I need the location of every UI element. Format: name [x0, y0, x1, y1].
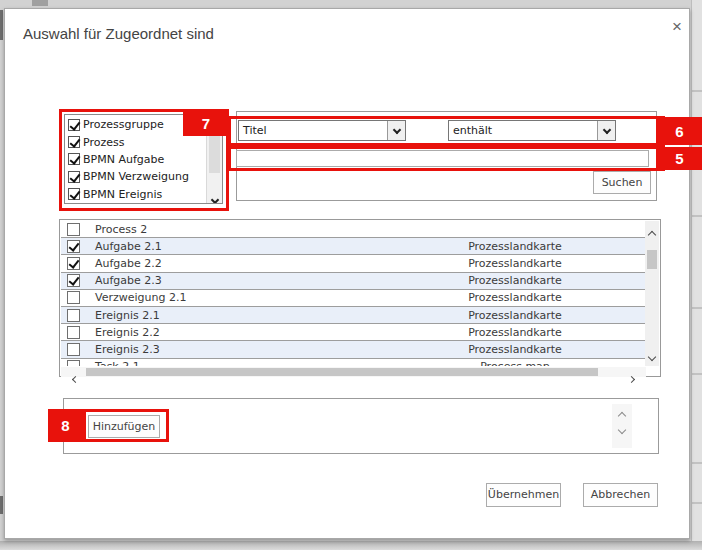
- row-name: Task 2.1: [95, 360, 384, 366]
- screen: Auswahl für Zugeordnet sind × Prozessgru…: [0, 0, 702, 550]
- annotation-tag-5: 5: [656, 147, 702, 170]
- background-line: [692, 373, 702, 375]
- row-name: Aufgabe 2.2: [95, 257, 384, 270]
- operator-select-value: enthält: [453, 124, 492, 137]
- filter-item-label: Prozess: [83, 136, 124, 149]
- background-line: [692, 462, 702, 464]
- filter-list-item[interactable]: BPMN Verzweigung: [65, 168, 206, 185]
- search-input[interactable]: [236, 150, 649, 167]
- table-row[interactable]: Process 2: [61, 221, 646, 238]
- table-row[interactable]: Aufgabe 2.2 Prozesslandkarte: [61, 255, 646, 272]
- background-line: [692, 215, 702, 217]
- table-row[interactable]: Ereignis 2.2 Prozesslandkarte: [61, 324, 646, 341]
- table-row[interactable]: Aufgabe 2.3 Prozesslandkarte: [61, 273, 646, 290]
- table-row[interactable]: Task 2.1 Process map: [61, 359, 646, 367]
- filter-item-checkbox[interactable]: [68, 136, 80, 148]
- row-checkbox[interactable]: [67, 343, 80, 356]
- select-chevron-icon[interactable]: [387, 121, 405, 140]
- selection-spinner[interactable]: [612, 404, 632, 448]
- filter-item-label: Prozessgruppe: [83, 118, 164, 131]
- field-select[interactable]: Titel: [238, 120, 406, 141]
- scroll-right-icon[interactable]: [623, 367, 639, 377]
- filter-item-label: BPMN Ereignis: [83, 188, 162, 201]
- row-name: Verzweigung 2.1: [95, 291, 384, 304]
- selection-dialog: Auswahl für Zugeordnet sind × Prozessgru…: [4, 8, 690, 539]
- row-name: Process 2: [95, 223, 384, 236]
- row-category: Prozesslandkarte: [384, 274, 646, 287]
- table-row[interactable]: Aufgabe 2.1 Prozesslandkarte: [61, 238, 646, 255]
- close-icon[interactable]: ×: [667, 17, 687, 37]
- operator-select[interactable]: enthält: [448, 120, 616, 141]
- row-checkbox[interactable]: [67, 257, 80, 270]
- background-page-edge: [691, 0, 702, 550]
- select-chevron-icon[interactable]: [597, 121, 615, 140]
- row-name: Ereignis 2.3: [95, 343, 384, 356]
- row-category: Prozesslandkarte: [384, 257, 646, 270]
- row-checkbox[interactable]: [67, 274, 80, 287]
- filter-item-checkbox[interactable]: [68, 153, 80, 165]
- row-category: Prozesslandkarte: [384, 291, 646, 304]
- spinner-down-icon[interactable]: [618, 426, 626, 434]
- annotation-tag-6: 6: [656, 117, 702, 145]
- background-top-strip: [0, 0, 702, 8]
- row-checkbox[interactable]: [67, 291, 80, 304]
- background-line: [692, 307, 702, 309]
- annotation-tag-7: 7: [183, 110, 229, 136]
- scroll-left-icon[interactable]: [67, 367, 83, 377]
- filter-item-checkbox[interactable]: [68, 171, 80, 183]
- background-artifact: [0, 496, 3, 514]
- background-artifact: [0, 10, 3, 40]
- table-row[interactable]: Ereignis 2.3 Prozesslandkarte: [61, 341, 646, 358]
- row-name: Ereignis 2.1: [95, 309, 384, 322]
- row-category: Prozesslandkarte: [384, 309, 646, 322]
- row-name: Aufgabe 2.3: [95, 274, 384, 287]
- apply-button[interactable]: Übernehmen: [486, 483, 561, 507]
- background-artifact: [32, 0, 48, 6]
- background-line: [692, 90, 702, 92]
- dialog-title: Auswahl für Zugeordnet sind: [23, 25, 214, 42]
- table-row[interactable]: Ereignis 2.1 Prozesslandkarte: [61, 307, 646, 324]
- cancel-button[interactable]: Abbrechen: [583, 483, 658, 507]
- table-row[interactable]: Verzweigung 2.1 Prozesslandkarte: [61, 290, 646, 307]
- scroll-down-icon[interactable]: [207, 188, 222, 201]
- row-category: Process map: [384, 360, 646, 366]
- search-button[interactable]: Suchen: [593, 171, 651, 194]
- row-category: Prozesslandkarte: [384, 326, 646, 339]
- filter-list-item[interactable]: BPMN Ereignis: [65, 186, 206, 203]
- background-bottom-strip: [0, 541, 702, 550]
- results-rows: Process 2 Aufgabe 2.1 Prozesslandkarte A…: [61, 221, 646, 366]
- row-category: Prozesslandkarte: [384, 240, 646, 253]
- table-vertical-scrollbar[interactable]: [645, 221, 659, 366]
- scrollbar-thumb[interactable]: [209, 131, 220, 173]
- field-select-value: Titel: [243, 124, 267, 137]
- row-name: Ereignis 2.2: [95, 326, 384, 339]
- spinner-up-icon[interactable]: [618, 412, 626, 420]
- row-checkbox[interactable]: [67, 240, 80, 253]
- row-checkbox[interactable]: [67, 309, 80, 322]
- filter-item-checkbox[interactable]: [68, 188, 80, 200]
- row-checkbox[interactable]: [67, 360, 80, 366]
- row-name: Aufgabe 2.1: [95, 240, 384, 253]
- background-line: [692, 502, 702, 504]
- filter-item-label: BPMN Verzweigung: [83, 170, 189, 183]
- row-checkbox[interactable]: [67, 223, 80, 236]
- scrollbar-thumb[interactable]: [86, 368, 598, 376]
- scroll-up-icon[interactable]: [645, 223, 659, 236]
- filter-item-checkbox[interactable]: [68, 119, 80, 131]
- filter-list-item[interactable]: BPMN Aufgabe: [65, 151, 206, 168]
- table-horizontal-scrollbar[interactable]: [61, 367, 646, 377]
- row-category: Prozesslandkarte: [384, 343, 646, 356]
- annotation-tag-8: 8: [48, 409, 83, 442]
- add-button[interactable]: Hinzufügen: [88, 415, 160, 438]
- scrollbar-thumb[interactable]: [647, 250, 657, 269]
- row-checkbox[interactable]: [67, 326, 80, 339]
- filter-item-label: BPMN Aufgabe: [83, 153, 164, 166]
- results-table: Process 2 Aufgabe 2.1 Prozesslandkarte A…: [59, 219, 661, 377]
- scroll-down-icon[interactable]: [645, 345, 659, 358]
